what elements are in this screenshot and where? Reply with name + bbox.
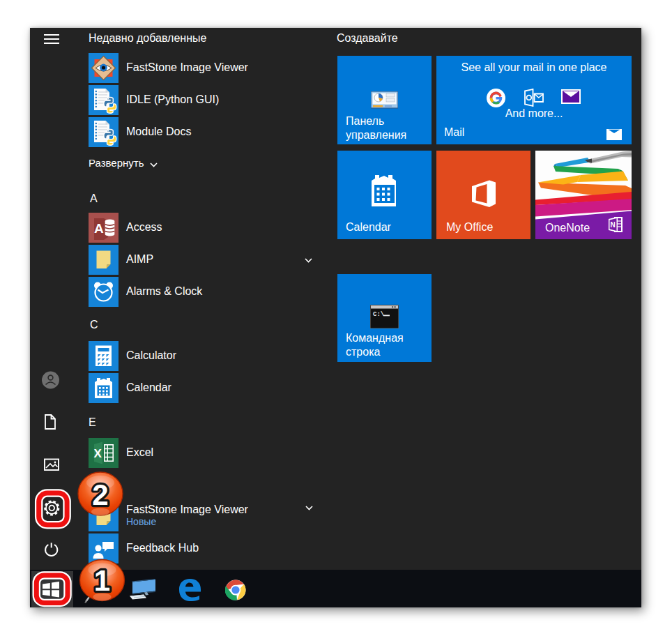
svg-text:X: X (94, 447, 102, 460)
svg-text:C:\: C:\ (373, 311, 385, 318)
svg-text:N: N (611, 221, 616, 229)
svg-text:A: A (94, 221, 104, 236)
